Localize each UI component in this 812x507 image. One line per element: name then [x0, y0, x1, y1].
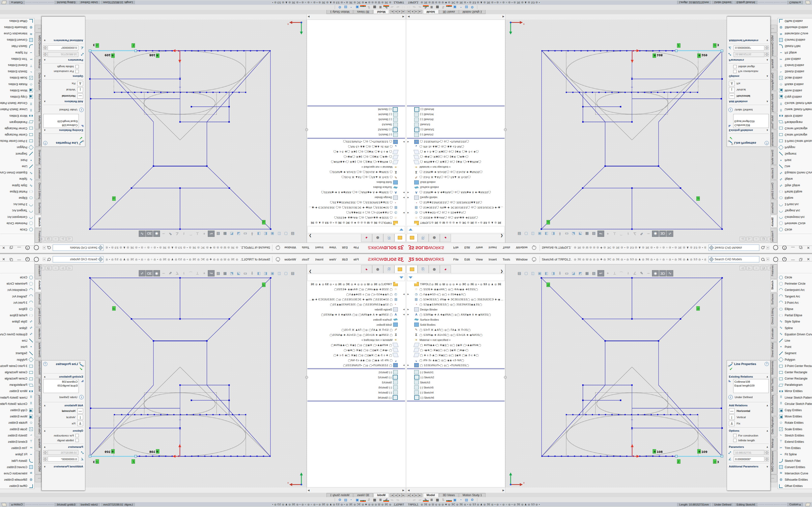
tree-row[interactable]: ▶ ◯ ЅЗИN◉◦✚ АU¤ЗЕ◯ ◎◯ ЕЗ¤UА ✚◦◉NИЗЅ◯ — [406, 170, 505, 175]
view-tool-icon[interactable]: ▣ — [269, 231, 275, 237]
view-tool-icon[interactable]: ▦ — [222, 231, 228, 237]
view-tool-icon[interactable]: ▣ — [269, 270, 275, 276]
rollback-bar[interactable] — [407, 368, 505, 370]
view-tool-icon[interactable]: ⇩ — [557, 231, 563, 237]
pin-icon[interactable] — [276, 245, 280, 250]
command-tab[interactable]: Mold Tools — [770, 378, 777, 394]
view-tool-icon[interactable]: ⇩ — [249, 270, 255, 276]
view-tool-icon[interactable]: ▤ — [290, 231, 296, 237]
scroll-left-icon[interactable]: ◀ — [401, 489, 405, 492]
command-tab[interactable]: Mold Tools — [35, 113, 42, 129]
tab-configurations[interactable]: ⊕ — [372, 234, 383, 242]
chevron-right-icon[interactable]: ❯ — [500, 234, 503, 238]
expand-arrow-icon[interactable]: ▶ — [401, 196, 405, 199]
tree-row[interactable]: ▶ (-) Sketch6 — [406, 395, 505, 400]
flyout-menu-item[interactable]: Style Spline — [778, 182, 812, 188]
tree-row[interactable]: ▶ ◯ ЅЗИN◉◦✚ АU¤ЗЕ◯ ◎◯ ЕЗ¤UА ✚◦◉NИЗЅ◯ — [307, 170, 406, 175]
flyout-menu-item[interactable]: Tangent Arc — [0, 207, 34, 214]
flyout-menu-item[interactable]: 3 Point Center Recta... — [0, 138, 34, 144]
chevron-right-icon[interactable]: ❯ — [309, 234, 312, 238]
relation-item[interactable]: Equal length109 — [45, 119, 78, 123]
view-tool-icon[interactable]: ∠ — [174, 270, 180, 276]
flyout-menu-item[interactable]: Circle — [778, 274, 812, 281]
tree-row[interactable]: ▶ TЯPDL2.◎ ЗЕ ◎ Ш ◎ ◎ ◎ ✚ ◎ ЭС ◎ ЗЕ ◎ • … — [406, 282, 505, 287]
bottom-tool-icon[interactable]: ⇅ — [366, 6, 372, 9]
bottom-tool-icon[interactable]: ⌞ — [360, 6, 366, 9]
tree-horizontal-scrollbar[interactable]: ◀ ▶ — [306, 14, 406, 20]
menu-window[interactable]: Window — [282, 245, 299, 250]
command-tab[interactable]: Sketch — [35, 279, 42, 292]
view-tool-icon[interactable]: 3D — [146, 270, 153, 276]
doc-restore-icon[interactable]: ❏ — [46, 266, 51, 270]
bottom-tool-icon[interactable]: ▤ — [343, 498, 349, 502]
document-tab[interactable]: Model — [423, 10, 439, 14]
relation-button-row[interactable]: | Vertical — [42, 414, 85, 420]
command-tab[interactable]: Sketch — [770, 279, 777, 292]
bottom-tool-icon[interactable]: ▣ — [354, 6, 360, 9]
command-tab[interactable]: Mesh Modeling — [35, 91, 42, 112]
document-tab[interactable]: Motion Study 1 — [459, 10, 486, 14]
command-tab[interactable]: Surfaces — [35, 200, 42, 214]
drag-handle[interactable]: ⋮⋮ — [401, 499, 405, 501]
command-tab[interactable]: Markup — [770, 56, 777, 69]
flyout-menu-item[interactable]: Partial Ellipse — [0, 188, 34, 195]
flyout-menu-item[interactable]: Convert Entities — [778, 37, 812, 43]
document-tab[interactable]: 3D Views — [354, 10, 373, 14]
bottom-tool-icon[interactable]: ◔ — [349, 6, 354, 9]
view-tool-icon[interactable]: ◨ — [256, 231, 262, 237]
flyout-menu-item[interactable]: Linear Sketch Pattern — [0, 394, 34, 401]
command-tab[interactable]: Evaluate — [770, 327, 777, 342]
flyout-menu-item[interactable]: Copy Entities — [0, 94, 34, 100]
relation-button-icon[interactable]: | — [77, 414, 83, 420]
tree-row[interactable]: ▶ ◯ ЅЗ•Π Ж ♟АΠ◯ ◎◯ ΠА♟ Ж Π•ЗЅ◯ — [406, 175, 505, 180]
search-icon[interactable] — [761, 258, 764, 261]
tree-row[interactable]: ▶ Material < not specified > — [307, 165, 406, 170]
flyout-menu-item[interactable]: Parallelogram — [0, 119, 34, 125]
view-tool-icon[interactable]: ▭ — [564, 270, 570, 276]
expand-arrow-icon[interactable]: ▶ — [407, 293, 411, 295]
flyout-menu-item[interactable]: Polygon — [0, 356, 34, 362]
relation-button-icon[interactable]: | — [729, 87, 735, 93]
angle-spinner[interactable]: ▲▼ — [43, 46, 47, 50]
view-tool-icon[interactable]: ◩ — [577, 270, 583, 276]
minimize-button[interactable]: — — [791, 258, 795, 262]
command-tab[interactable]: Sheet Metal — [770, 342, 777, 360]
flyout-menu-item[interactable]: Spline — [778, 176, 812, 182]
command-tab[interactable]: Sketch — [35, 215, 42, 228]
relation-button-row[interactable]: ⚓ Fix — [727, 80, 770, 87]
tree-row[interactable]: ▶ Surface Bodies — [307, 317, 406, 322]
menu-file[interactable]: File — [351, 257, 362, 262]
menu-insert[interactable]: Insert — [486, 245, 500, 250]
command-tab[interactable]: Mold Tools — [35, 378, 42, 394]
flyout-menu-item[interactable]: Copy Entities — [778, 94, 812, 100]
flyout-menu-item[interactable]: Circular Sketch Pattern — [0, 401, 34, 407]
command-tab[interactable]: Evaluate — [35, 327, 42, 342]
menu-file[interactable]: File — [451, 257, 462, 262]
bottom-tool-icon[interactable]: ◔ — [458, 498, 463, 502]
flyout-menu-item[interactable]: Scale Entities — [0, 74, 34, 81]
menu-edit[interactable]: Edit — [461, 257, 473, 262]
tree-row[interactable]: ▶ — [307, 368, 406, 370]
tag-icon[interactable] — [806, 503, 811, 506]
tab-propertymanager[interactable]: ⎘ — [418, 234, 429, 242]
view-tool-icon[interactable]: ✎ — [639, 270, 645, 276]
flyout-menu-item[interactable]: Extend Entities — [0, 62, 34, 68]
panel-help-icon[interactable]: ? — [43, 362, 47, 366]
tree-filter-input[interactable] — [407, 226, 505, 233]
view-tool-icon[interactable]: ↩ — [597, 231, 604, 237]
command-tab[interactable]: Evaluate — [770, 165, 777, 180]
flyout-menu-item[interactable]: Corner Rectangle — [778, 376, 812, 382]
search-dropdown-icon[interactable]: ▾ — [43, 258, 46, 261]
flyout-menu-item[interactable]: Centerpoint Arc — [778, 214, 812, 220]
tab-dimxpert[interactable]: ◕ — [440, 265, 451, 273]
rollback-bar[interactable] — [307, 138, 405, 139]
tree-filter-input[interactable] — [307, 226, 405, 233]
expand-arrow-icon[interactable]: ▶ — [401, 308, 405, 311]
view-tool-icon[interactable]: ◪ — [570, 231, 576, 237]
angle-spinner[interactable]: ▲▼ — [765, 46, 769, 50]
flyout-menu-item[interactable]: Mirror Entities — [778, 388, 812, 394]
relations-listbox[interactable]: Collinear108Equal length109 — [43, 379, 79, 393]
relation-item[interactable]: Collinear108 — [45, 380, 78, 384]
flyout-menu-item[interactable]: Segment — [778, 151, 812, 157]
command-tab[interactable]: Data Migration — [770, 416, 777, 437]
